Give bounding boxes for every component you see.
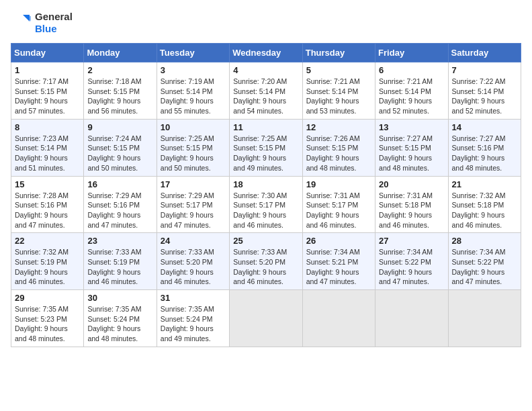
day-number: 13 (379, 122, 444, 132)
logo-svg (11, 12, 32, 34)
calendar-day: 25 Sunrise: 7:33 AM Sunset: 5:20 PM Dayl… (230, 233, 302, 290)
empty-cell (230, 290, 302, 347)
calendar-day: 9 Sunrise: 7:24 AM Sunset: 5:15 PM Dayli… (84, 119, 157, 176)
calendar-day: 27 Sunrise: 7:34 AM Sunset: 5:22 PM Dayl… (375, 233, 448, 290)
day-detail: Sunrise: 7:24 AM Sunset: 5:15 PM Dayligh… (87, 134, 152, 173)
calendar-header: SundayMondayTuesdayWednesdayThursdayFrid… (11, 44, 521, 62)
calendar-day: 4 Sunrise: 7:20 AM Sunset: 5:14 PM Dayli… (230, 62, 302, 120)
calendar-week: 15 Sunrise: 7:28 AM Sunset: 5:16 PM Dayl… (11, 176, 521, 233)
day-detail: Sunrise: 7:34 AM Sunset: 5:22 PM Dayligh… (379, 247, 444, 287)
day-detail: Sunrise: 7:34 AM Sunset: 5:21 PM Dayligh… (306, 247, 371, 287)
day-number: 16 (87, 179, 152, 189)
calendar-day: 7 Sunrise: 7:22 AM Sunset: 5:14 PM Dayli… (448, 62, 521, 120)
day-detail: Sunrise: 7:25 AM Sunset: 5:15 PM Dayligh… (161, 134, 226, 173)
weekday-header: Wednesday (230, 44, 302, 62)
weekday-header: Sunday (11, 44, 84, 62)
calendar-day: 20 Sunrise: 7:31 AM Sunset: 5:18 PM Dayl… (375, 176, 448, 233)
calendar-day: 26 Sunrise: 7:34 AM Sunset: 5:21 PM Dayl… (302, 233, 375, 290)
day-detail: Sunrise: 7:21 AM Sunset: 5:14 PM Dayligh… (306, 77, 371, 116)
calendar-day: 30 Sunrise: 7:35 AM Sunset: 5:24 PM Dayl… (84, 290, 157, 347)
day-detail: Sunrise: 7:32 AM Sunset: 5:19 PM Dayligh… (15, 247, 80, 287)
page-header: General Blue (11, 11, 521, 35)
calendar-week: 8 Sunrise: 7:23 AM Sunset: 5:14 PM Dayli… (11, 119, 521, 176)
calendar-day: 12 Sunrise: 7:26 AM Sunset: 5:15 PM Dayl… (302, 119, 375, 176)
day-number: 21 (452, 179, 517, 189)
svg-marker-2 (26, 16, 31, 21)
calendar-day: 6 Sunrise: 7:21 AM Sunset: 5:14 PM Dayli… (375, 62, 448, 120)
day-detail: Sunrise: 7:30 AM Sunset: 5:17 PM Dayligh… (233, 191, 298, 230)
calendar-day: 3 Sunrise: 7:19 AM Sunset: 5:14 PM Dayli… (157, 62, 229, 120)
day-detail: Sunrise: 7:18 AM Sunset: 5:15 PM Dayligh… (87, 77, 152, 116)
weekday-header: Tuesday (157, 44, 229, 62)
day-number: 25 (233, 236, 298, 246)
day-detail: Sunrise: 7:26 AM Sunset: 5:15 PM Dayligh… (306, 134, 371, 173)
day-number: 30 (87, 293, 152, 303)
day-detail: Sunrise: 7:20 AM Sunset: 5:14 PM Dayligh… (233, 77, 298, 116)
calendar-day: 21 Sunrise: 7:32 AM Sunset: 5:18 PM Dayl… (448, 176, 521, 233)
empty-cell (302, 290, 375, 347)
weekday-header: Monday (84, 44, 157, 62)
calendar-day: 28 Sunrise: 7:34 AM Sunset: 5:22 PM Dayl… (448, 233, 521, 290)
day-number: 8 (15, 122, 80, 132)
weekday-header: Saturday (448, 44, 521, 62)
calendar-day: 1 Sunrise: 7:17 AM Sunset: 5:15 PM Dayli… (11, 62, 84, 120)
calendar-day: 23 Sunrise: 7:33 AM Sunset: 5:19 PM Dayl… (84, 233, 157, 290)
day-number: 1 (15, 65, 80, 75)
logo: General Blue (11, 11, 73, 35)
empty-cell (448, 290, 521, 347)
day-number: 14 (452, 122, 517, 132)
calendar-day: 31 Sunrise: 7:35 AM Sunset: 5:24 PM Dayl… (157, 290, 229, 347)
calendar-day: 16 Sunrise: 7:29 AM Sunset: 5:16 PM Dayl… (84, 176, 157, 233)
calendar-day: 17 Sunrise: 7:29 AM Sunset: 5:17 PM Dayl… (157, 176, 229, 233)
logo-line1: General (35, 11, 73, 23)
day-number: 9 (87, 122, 152, 132)
day-detail: Sunrise: 7:31 AM Sunset: 5:18 PM Dayligh… (379, 191, 444, 230)
day-number: 22 (15, 236, 80, 246)
day-number: 6 (379, 65, 444, 75)
calendar-week: 1 Sunrise: 7:17 AM Sunset: 5:15 PM Dayli… (11, 62, 521, 120)
day-number: 15 (15, 179, 80, 189)
day-number: 19 (306, 179, 371, 189)
day-number: 28 (452, 236, 517, 246)
day-detail: Sunrise: 7:23 AM Sunset: 5:14 PM Dayligh… (15, 134, 80, 173)
calendar-day: 14 Sunrise: 7:27 AM Sunset: 5:16 PM Dayl… (448, 119, 521, 176)
day-number: 2 (87, 65, 152, 75)
day-number: 17 (161, 179, 226, 189)
day-number: 18 (233, 179, 298, 189)
empty-cell (375, 290, 448, 347)
day-detail: Sunrise: 7:32 AM Sunset: 5:18 PM Dayligh… (452, 191, 517, 230)
calendar-day: 10 Sunrise: 7:25 AM Sunset: 5:15 PM Dayl… (157, 119, 229, 176)
weekday-header: Thursday (302, 44, 375, 62)
calendar-day: 19 Sunrise: 7:31 AM Sunset: 5:17 PM Dayl… (302, 176, 375, 233)
calendar-day: 15 Sunrise: 7:28 AM Sunset: 5:16 PM Dayl… (11, 176, 84, 233)
day-detail: Sunrise: 7:31 AM Sunset: 5:17 PM Dayligh… (306, 191, 371, 230)
calendar-day: 22 Sunrise: 7:32 AM Sunset: 5:19 PM Dayl… (11, 233, 84, 290)
day-detail: Sunrise: 7:34 AM Sunset: 5:22 PM Dayligh… (452, 247, 517, 287)
day-detail: Sunrise: 7:27 AM Sunset: 5:15 PM Dayligh… (379, 134, 444, 173)
day-number: 5 (306, 65, 371, 75)
calendar-day: 18 Sunrise: 7:30 AM Sunset: 5:17 PM Dayl… (230, 176, 302, 233)
day-detail: Sunrise: 7:29 AM Sunset: 5:16 PM Dayligh… (87, 191, 152, 230)
day-detail: Sunrise: 7:28 AM Sunset: 5:16 PM Dayligh… (15, 191, 80, 230)
calendar-week: 22 Sunrise: 7:32 AM Sunset: 5:19 PM Dayl… (11, 233, 521, 290)
calendar-day: 29 Sunrise: 7:35 AM Sunset: 5:23 PM Dayl… (11, 290, 84, 347)
day-number: 3 (161, 65, 226, 75)
calendar-day: 13 Sunrise: 7:27 AM Sunset: 5:15 PM Dayl… (375, 119, 448, 176)
day-detail: Sunrise: 7:29 AM Sunset: 5:17 PM Dayligh… (161, 191, 226, 230)
day-number: 4 (233, 65, 298, 75)
day-detail: Sunrise: 7:22 AM Sunset: 5:14 PM Dayligh… (452, 77, 517, 116)
day-detail: Sunrise: 7:35 AM Sunset: 5:24 PM Dayligh… (161, 304, 226, 344)
day-number: 7 (452, 65, 517, 75)
day-detail: Sunrise: 7:35 AM Sunset: 5:23 PM Dayligh… (15, 304, 80, 344)
day-number: 27 (379, 236, 444, 246)
calendar-day: 2 Sunrise: 7:18 AM Sunset: 5:15 PM Dayli… (84, 62, 157, 120)
day-number: 31 (161, 293, 226, 303)
day-detail: Sunrise: 7:19 AM Sunset: 5:14 PM Dayligh… (161, 77, 226, 116)
calendar-day: 5 Sunrise: 7:21 AM Sunset: 5:14 PM Dayli… (302, 62, 375, 120)
day-number: 23 (87, 236, 152, 246)
day-detail: Sunrise: 7:27 AM Sunset: 5:16 PM Dayligh… (452, 134, 517, 173)
day-detail: Sunrise: 7:33 AM Sunset: 5:20 PM Dayligh… (233, 247, 298, 287)
day-number: 11 (233, 122, 298, 132)
calendar-day: 11 Sunrise: 7:25 AM Sunset: 5:15 PM Dayl… (230, 119, 302, 176)
day-detail: Sunrise: 7:21 AM Sunset: 5:14 PM Dayligh… (379, 77, 444, 116)
